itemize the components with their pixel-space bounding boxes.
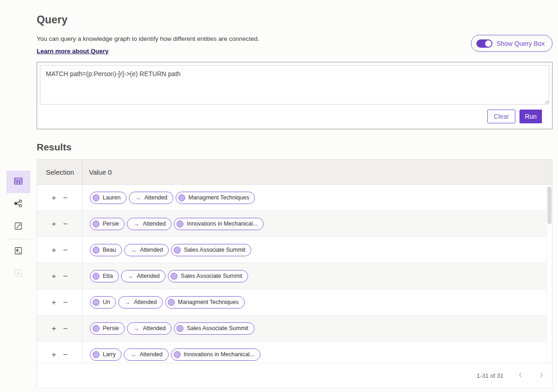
node-pill[interactable]: Uri (90, 296, 116, 309)
node-pill[interactable]: Persie (90, 322, 125, 335)
node-label: Innovations in Mechanical... (187, 221, 257, 227)
node-pill[interactable]: Managment Techniques (176, 192, 255, 204)
map-view-button[interactable] (6, 240, 30, 263)
edge-pill[interactable]: → Attended (124, 244, 169, 256)
node-pill[interactable]: Sales Associate Summit (168, 270, 248, 282)
include-row-button[interactable]: + (51, 325, 57, 332)
edge-pill[interactable]: → Attended (127, 322, 171, 335)
graph-icon (13, 199, 23, 210)
arrow-right-icon: → (133, 325, 139, 332)
node-pill[interactable]: Etta (90, 270, 119, 282)
clear-button[interactable]: Clear (487, 110, 515, 123)
node-icon (93, 299, 99, 306)
column-header-value: Value 0 (83, 168, 112, 176)
graph-view-button[interactable] (6, 193, 30, 215)
node-pill[interactable]: Sales Associate Summit (174, 322, 254, 335)
table-row: + − Persie → Attended Innovations in Mec… (37, 211, 547, 237)
exclude-row-button[interactable]: − (62, 298, 69, 306)
page-description: You can query a knowledge graph to ident… (37, 35, 260, 43)
table-scrollbar-thumb[interactable] (547, 187, 552, 224)
show-query-box-toggle[interactable]: Show Query Box (471, 35, 552, 52)
edge-label: Attended (144, 194, 167, 201)
edge-pill[interactable]: → Attended (118, 296, 163, 309)
node-pill[interactable]: Managment Techniques (165, 296, 245, 309)
node-icon (168, 299, 175, 306)
arrow-right-icon: → (127, 273, 133, 280)
query-input[interactable]: MATCH path=(p:Person)-[r]->(e) RETURN pa… (40, 65, 549, 105)
node-icon (178, 194, 185, 201)
value-cell: Uri → Attended Managment Techniques (83, 289, 245, 315)
results-title: Results (37, 142, 552, 153)
node-label: Uri (103, 299, 110, 305)
include-row-button[interactable]: + (51, 272, 57, 280)
node-icon (93, 351, 99, 358)
next-page-button[interactable] (537, 371, 546, 381)
include-row-button[interactable]: + (51, 194, 57, 202)
page-title: Query (37, 14, 552, 26)
edge-pill[interactable]: → Attended (127, 218, 171, 230)
previous-page-button[interactable] (516, 371, 525, 381)
node-pill[interactable]: Innovations in Mechanical... (171, 348, 260, 361)
value-cell: Persie → Attended Sales Associate Summit (83, 315, 254, 341)
exclude-row-button[interactable]: − (62, 325, 69, 332)
include-row-button[interactable]: + (51, 246, 57, 254)
node-label: Innovations in Mechanical... (184, 351, 254, 358)
node-icon (174, 247, 181, 254)
exclude-row-button[interactable]: − (62, 272, 69, 280)
node-label: Beau (103, 247, 116, 253)
exclude-row-button[interactable]: − (62, 220, 69, 228)
sidebar-divider (6, 239, 30, 239)
value-cell: Etta → Attended Sales Associate Summit (83, 263, 248, 289)
node-icon (174, 351, 181, 358)
table-icon (13, 176, 23, 188)
value-cell: Larry → Attended Innovations in Mechanic… (83, 342, 260, 363)
exclude-row-button[interactable]: − (62, 194, 69, 202)
query-panel: MATCH path=(p:Person)-[r]->(e) RETURN pa… (37, 62, 552, 129)
node-label: Persie (103, 221, 119, 227)
include-row-button[interactable]: + (51, 351, 57, 359)
table-row: + − Etta → Attended Sales Associate Summ… (37, 263, 547, 289)
node-pill[interactable]: Lauren (90, 192, 127, 204)
selection-cell: + − (37, 185, 83, 210)
include-row-button[interactable]: + (51, 220, 57, 228)
query-actions: Clear Run (37, 107, 552, 129)
value-cell: Lauren → Attended Managment Techniques (83, 185, 255, 210)
edge-label: Attended (134, 299, 157, 305)
arrow-right-icon: → (133, 221, 139, 227)
node-label: Persie (103, 325, 119, 331)
table-body: + − Lauren → Attended Managment Techniqu… (37, 185, 552, 363)
node-label: Managment Techniques (188, 194, 249, 201)
node-pill[interactable]: Sales Associate Summit (171, 244, 251, 256)
view-switcher-sidebar (6, 171, 30, 285)
results-table: Selection Value 0 + − Lauren → Attended (37, 159, 552, 388)
node-label: Larry (103, 351, 116, 358)
table-view-button[interactable] (6, 171, 30, 193)
exclude-row-button[interactable]: − (62, 351, 69, 359)
node-icon (177, 325, 183, 332)
node-label: Lauren (103, 194, 121, 201)
table-row: + − Lauren → Attended Managment Techniqu… (37, 185, 547, 211)
node-pill[interactable]: Beau (90, 244, 122, 256)
edge-pill[interactable]: → Attended (121, 270, 166, 282)
node-pill[interactable]: Innovations in Mechanical... (174, 218, 263, 230)
node-label: Etta (103, 273, 113, 279)
learn-more-link[interactable]: Learn more about Query (37, 48, 109, 55)
edge-label: Attended (143, 325, 166, 331)
edge-pill[interactable]: → Attended (124, 348, 168, 361)
selection-cell: + − (37, 315, 83, 341)
node-pill[interactable]: Persie (90, 218, 125, 230)
edge-pill[interactable]: → Attended (129, 192, 173, 204)
arrow-right-icon: → (130, 247, 136, 254)
chart-view-button[interactable] (6, 215, 30, 238)
node-label: Sales Associate Summit (187, 325, 248, 331)
map-icon (14, 246, 23, 257)
include-row-button[interactable]: + (51, 298, 57, 306)
exclude-row-button[interactable]: − (62, 246, 69, 254)
node-pill[interactable]: Larry (90, 348, 122, 361)
disabled-widget-icon (14, 269, 23, 279)
run-button[interactable]: Run (519, 110, 542, 123)
node-icon (93, 273, 99, 280)
value-cell: Persie → Attended Innovations in Mechani… (83, 211, 264, 237)
node-icon (93, 194, 99, 201)
node-icon (93, 247, 99, 254)
